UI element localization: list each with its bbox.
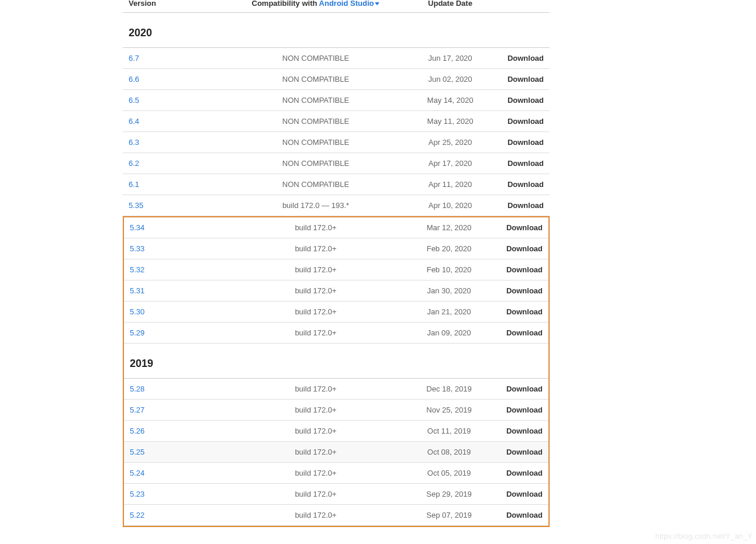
date-text: Feb 10, 2020	[402, 265, 496, 274]
version-link[interactable]: 6.4	[129, 117, 139, 126]
compat-text: build 172.0+	[229, 511, 402, 519]
table-row: 6.3NON COMPATIBLEApr 25, 2020Download	[123, 132, 550, 153]
compat-text: NON COMPATIBLE	[228, 138, 403, 147]
download-link[interactable]: Download	[508, 117, 544, 126]
version-link[interactable]: 5.26	[130, 427, 144, 435]
download-link[interactable]: Download	[506, 427, 543, 435]
date-text: May 11, 2020	[403, 117, 497, 126]
version-link[interactable]: 6.2	[129, 159, 139, 168]
download-link[interactable]: Download	[506, 511, 543, 519]
version-link[interactable]: 5.31	[130, 286, 144, 295]
table-row: 5.33build 172.0+Feb 20, 2020Download	[124, 238, 548, 259]
table-row: 6.6NON COMPATIBLEJun 02, 2020Download	[123, 69, 550, 90]
version-link[interactable]: 6.7	[129, 54, 139, 63]
download-link[interactable]: Download	[506, 244, 543, 253]
download-link[interactable]: Download	[506, 490, 543, 498]
table-row: 5.34build 172.0+Mar 12, 2020Download	[124, 217, 548, 238]
table-row: 5.23build 172.0+Sep 29, 2019Download	[124, 484, 548, 505]
version-link[interactable]: 5.34	[130, 223, 144, 232]
download-link[interactable]: Download	[508, 201, 544, 210]
table-row: 5.29build 172.0+Jan 09, 2020Download	[124, 323, 548, 344]
date-text: Jan 21, 2020	[402, 307, 496, 316]
date-text: Oct 11, 2019	[402, 427, 496, 435]
date-text: Apr 25, 2020	[403, 138, 497, 147]
download-link[interactable]: Download	[508, 54, 544, 63]
version-link[interactable]: 5.24	[130, 469, 144, 477]
version-link[interactable]: 5.30	[130, 307, 144, 316]
date-text: Jan 30, 2020	[402, 286, 496, 295]
version-link[interactable]: 5.22	[130, 511, 144, 519]
table-row: 5.25build 172.0+Oct 08, 2019Download	[124, 442, 548, 463]
table-row: 5.22build 172.0+Sep 07, 2019Download	[124, 505, 548, 526]
date-text: Sep 29, 2019	[402, 490, 496, 498]
download-link[interactable]: Download	[506, 223, 543, 232]
compat-text: build 172.0+	[229, 328, 402, 337]
table-body: 20206.7NON COMPATIBLEJun 17, 2020Downloa…	[123, 13, 550, 527]
download-link[interactable]: Download	[508, 159, 544, 168]
version-link[interactable]: 6.3	[129, 138, 139, 147]
compat-text: build 172.0+	[229, 469, 402, 477]
highlighted-region: 5.34build 172.0+Mar 12, 2020Download5.33…	[123, 216, 550, 527]
table-row: 6.1NON COMPATIBLEApr 11, 2020Download	[123, 174, 550, 195]
table-header-row: Version Compatibility with Android Studi…	[123, 0, 550, 13]
compat-text: build 172.0+	[229, 286, 402, 295]
version-link[interactable]: 5.25	[130, 448, 144, 456]
table-row: 5.27build 172.0+Nov 25, 2019Download	[124, 400, 548, 421]
download-link[interactable]: Download	[506, 265, 543, 274]
version-link[interactable]: 5.23	[130, 490, 144, 498]
version-link[interactable]: 5.32	[130, 265, 144, 274]
download-link[interactable]: Download	[506, 448, 543, 456]
compat-text: NON COMPATIBLE	[228, 159, 403, 168]
year-header: 2020	[123, 13, 550, 48]
table-row: 6.7NON COMPATIBLEJun 17, 2020Download	[123, 48, 550, 69]
version-link[interactable]: 6.6	[129, 75, 139, 84]
date-text: Sep 07, 2019	[402, 511, 496, 519]
compat-text: build 172.0 — 193.*	[228, 201, 403, 210]
table-row: 5.31build 172.0+Jan 30, 2020Download	[124, 280, 548, 302]
version-link[interactable]: 5.33	[130, 244, 144, 253]
download-link[interactable]: Download	[508, 180, 544, 189]
date-text: Dec 18, 2019	[402, 384, 496, 393]
table-row: 5.24build 172.0+Oct 05, 2019Download	[124, 463, 548, 484]
version-link[interactable]: 5.27	[130, 406, 144, 414]
download-link[interactable]: Download	[506, 406, 543, 414]
compat-text: build 172.0+	[229, 448, 402, 456]
date-text: Apr 10, 2020	[403, 201, 497, 210]
table-row: 5.28build 172.0+Dec 18, 2019Download	[124, 379, 548, 400]
download-link[interactable]: Download	[508, 138, 544, 147]
date-text: Apr 17, 2020	[403, 159, 497, 168]
download-link[interactable]: Download	[506, 469, 543, 477]
date-text: Jan 09, 2020	[402, 328, 496, 337]
compat-text: NON COMPATIBLE	[228, 180, 403, 189]
chevron-down-icon[interactable]	[375, 2, 379, 5]
table-row: 5.30build 172.0+Jan 21, 2020Download	[124, 302, 548, 323]
version-link[interactable]: 5.35	[129, 201, 143, 210]
download-link[interactable]: Download	[506, 384, 543, 393]
table-row: 6.5NON COMPATIBLEMay 14, 2020Download	[123, 90, 550, 111]
header-compat: Compatibility with Android Studio	[228, 0, 403, 8]
date-text: Oct 05, 2019	[402, 469, 496, 477]
download-link[interactable]: Download	[508, 75, 544, 84]
version-link[interactable]: 6.1	[129, 180, 139, 189]
compat-text: build 172.0+	[229, 406, 402, 414]
version-link[interactable]: 5.29	[130, 328, 144, 337]
compat-text: build 172.0+	[229, 384, 402, 393]
version-table-container: Version Compatibility with Android Studi…	[123, 0, 550, 527]
compat-text: NON COMPATIBLE	[228, 75, 403, 84]
table-row: 6.2NON COMPATIBLEApr 17, 2020Download	[123, 153, 550, 174]
version-link[interactable]: 6.5	[129, 96, 139, 105]
compat-text: build 172.0+	[229, 265, 402, 274]
date-text: Apr 11, 2020	[403, 180, 497, 189]
download-link[interactable]: Download	[506, 286, 543, 295]
download-link[interactable]: Download	[506, 307, 543, 316]
table-row: 6.4NON COMPATIBLEMay 11, 2020Download	[123, 111, 550, 132]
version-link[interactable]: 5.28	[130, 384, 144, 393]
date-text: Oct 08, 2019	[402, 448, 496, 456]
date-text: Jun 02, 2020	[403, 75, 497, 84]
compat-text: build 172.0+	[229, 244, 402, 253]
date-text: May 14, 2020	[403, 96, 497, 105]
android-studio-dropdown[interactable]: Android Studio	[319, 0, 374, 8]
download-link[interactable]: Download	[508, 96, 544, 105]
download-link[interactable]: Download	[506, 328, 543, 337]
compat-text: NON COMPATIBLE	[228, 117, 403, 126]
